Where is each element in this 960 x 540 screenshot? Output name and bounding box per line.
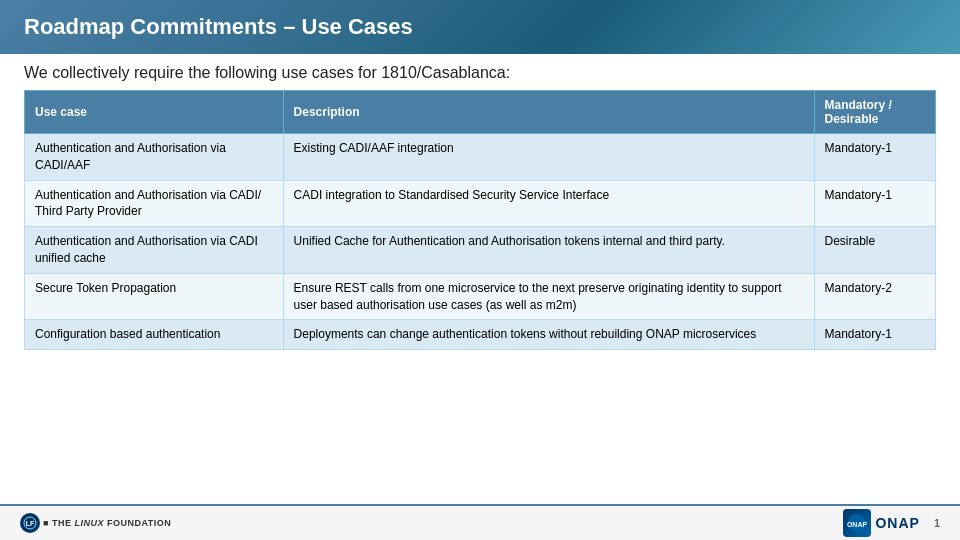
table-row: Secure Token PropagationEnsure REST call…: [25, 273, 936, 320]
col-header-use-case: Use case: [25, 91, 284, 134]
page-footer: LF ■ THE LINUX FOUNDATION ONAP ONAP 1: [0, 504, 960, 540]
cell-use-case: Secure Token Propagation: [25, 273, 284, 320]
cell-description: Deployments can change authentication to…: [283, 320, 814, 350]
col-header-description: Description: [283, 91, 814, 134]
page-number: 1: [934, 517, 940, 529]
cell-mandatory: Mandatory-1: [814, 180, 936, 227]
table-row: Authentication and Authorisation via CAD…: [25, 180, 936, 227]
svg-text:ONAP: ONAP: [847, 521, 868, 528]
cell-mandatory: Mandatory-1: [814, 134, 936, 181]
use-cases-table-container: Use case Description Mandatory / Desirab…: [0, 90, 960, 350]
col-header-mandatory: Mandatory / Desirable: [814, 91, 936, 134]
cell-description: Existing CADI/AAF integration: [283, 134, 814, 181]
linux-foundation-logo: LF ■ THE LINUX FOUNDATION: [20, 513, 171, 533]
cell-use-case: Authentication and Authorisation via CAD…: [25, 227, 284, 274]
cell-mandatory: Desirable: [814, 227, 936, 274]
cell-use-case: Configuration based authentication: [25, 320, 284, 350]
cell-description: CADI integration to Standardised Securit…: [283, 180, 814, 227]
cell-use-case: Authentication and Authorisation via CAD…: [25, 180, 284, 227]
onap-icon-svg: ONAP: [846, 512, 868, 534]
cell-description: Ensure REST calls from one microservice …: [283, 273, 814, 320]
page-subtitle: We collectively require the following us…: [0, 54, 960, 90]
page-title: Roadmap Commitments – Use Cases: [24, 14, 413, 39]
table-row: Authentication and Authorisation via CAD…: [25, 227, 936, 274]
onap-icon: ONAP: [843, 509, 871, 537]
cell-description: Unified Cache for Authentication and Aut…: [283, 227, 814, 274]
onap-label: ONAP: [875, 515, 919, 531]
footer-left: LF ■ THE LINUX FOUNDATION: [20, 513, 171, 533]
table-header-row: Use case Description Mandatory / Desirab…: [25, 91, 936, 134]
table-row: Configuration based authenticationDeploy…: [25, 320, 936, 350]
svg-text:LF: LF: [26, 520, 35, 527]
cell-mandatory: Mandatory-2: [814, 273, 936, 320]
lf-icon-svg: LF: [23, 516, 37, 530]
page-header: Roadmap Commitments – Use Cases: [0, 0, 960, 54]
lf-logo-icon: LF: [20, 513, 40, 533]
lf-text-line: ■ THE LINUX FOUNDATION: [43, 518, 171, 528]
footer-right: ONAP ONAP 1: [843, 509, 940, 537]
cell-use-case: Authentication and Authorisation via CAD…: [25, 134, 284, 181]
table-row: Authentication and Authorisation via CAD…: [25, 134, 936, 181]
lf-logo-text: ■ THE LINUX FOUNDATION: [43, 518, 171, 528]
onap-logo: ONAP ONAP: [843, 509, 919, 537]
use-cases-table: Use case Description Mandatory / Desirab…: [24, 90, 936, 350]
cell-mandatory: Mandatory-1: [814, 320, 936, 350]
